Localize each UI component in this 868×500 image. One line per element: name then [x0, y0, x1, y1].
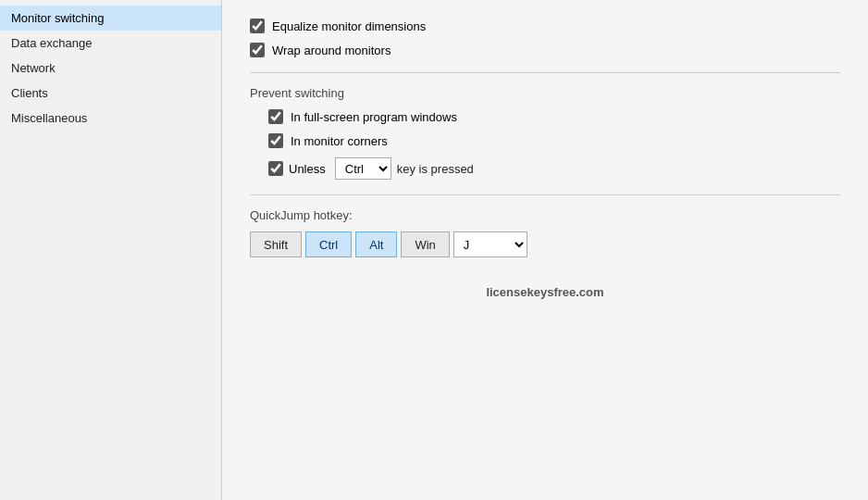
shift-button[interactable]: Shift: [250, 231, 302, 257]
sidebar-item-data-exchange[interactable]: Data exchange: [0, 31, 221, 56]
sidebar-item-miscellaneous[interactable]: Miscellaneous: [0, 106, 221, 131]
corners-label: In monitor corners: [291, 134, 388, 148]
corners-row: In monitor corners: [268, 133, 840, 148]
key-text: key is pressed: [397, 162, 474, 176]
wrap-checkbox[interactable]: [250, 43, 265, 57]
wrap-row: Wrap around monitors: [250, 43, 840, 57]
unless-checkbox[interactable]: [268, 161, 283, 176]
main-content: Equalize monitor dimensions Wrap around …: [222, 0, 868, 500]
unless-label: Unless: [289, 162, 326, 176]
win-button[interactable]: Win: [401, 231, 449, 257]
watermark: licensekeysfree.com: [250, 285, 840, 299]
sidebar-item-network[interactable]: Network: [0, 56, 221, 81]
fullscreen-checkbox[interactable]: [268, 109, 283, 124]
equalize-label: Equalize monitor dimensions: [272, 19, 426, 33]
fullscreen-row: In full-screen program windows: [268, 109, 840, 124]
divider2: [250, 194, 840, 195]
fullscreen-label: In full-screen program windows: [291, 110, 457, 124]
ctrl-button[interactable]: Ctrl: [305, 231, 352, 257]
equalize-row: Equalize monitor dimensions: [250, 19, 840, 33]
sidebar-item-monitor-switching[interactable]: Monitor switching: [0, 6, 221, 31]
divider1: [250, 72, 840, 73]
hotkey-buttons: Shift Ctrl Alt Win J ABCD EFGH IKLM NOPQ…: [250, 231, 840, 257]
quickjump-label: QuickJump hotkey:: [250, 208, 840, 222]
corners-checkbox[interactable]: [268, 133, 283, 148]
unless-row: Unless Ctrl Alt Shift Win key is pressed: [268, 157, 840, 180]
prevent-label: Prevent switching: [250, 86, 840, 100]
sidebar-item-clients[interactable]: Clients: [0, 81, 221, 106]
quickjump-section: QuickJump hotkey: Shift Ctrl Alt Win J A…: [250, 208, 840, 257]
sidebar: Monitor switchingData exchangeNetworkCli…: [0, 0, 222, 500]
alt-button[interactable]: Alt: [355, 231, 397, 257]
key-select[interactable]: J ABCD EFGH IKLM NOPQ RSTU VWXY Z: [453, 231, 527, 257]
equalize-checkbox[interactable]: [250, 19, 265, 33]
prevent-section: Prevent switching In full-screen program…: [250, 86, 840, 180]
top-section: Equalize monitor dimensions Wrap around …: [250, 19, 840, 57]
prevent-options: In full-screen program windows In monito…: [268, 109, 840, 180]
key-dropdown[interactable]: Ctrl Alt Shift Win: [335, 157, 391, 180]
wrap-label: Wrap around monitors: [272, 44, 391, 57]
